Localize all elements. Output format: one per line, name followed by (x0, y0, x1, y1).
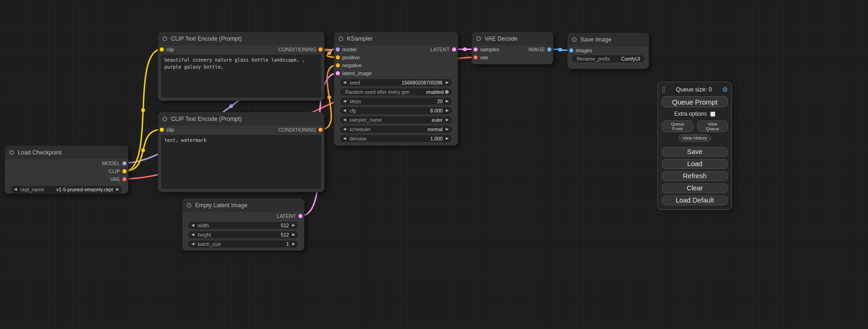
widget-value: 1.000 (430, 136, 443, 141)
right-arrow-icon[interactable]: ▶ (292, 224, 295, 227)
node-title: CLIP Text Encode (Prompt) (171, 116, 242, 122)
widget-sampler-name[interactable]: ◀ sampler_name euler ▶ (340, 116, 452, 124)
input-port-positive[interactable] (336, 55, 340, 59)
left-arrow-icon[interactable]: ◀ (191, 224, 194, 227)
widget-value: 156680208700286 (402, 80, 443, 85)
left-arrow-icon[interactable]: ◀ (343, 127, 346, 131)
left-arrow-icon[interactable]: ◀ (343, 109, 346, 112)
collapse-dot-icon[interactable] (339, 36, 343, 41)
node-title: Empty Latent Image (195, 202, 247, 209)
widget-scheduler[interactable]: ◀ scheduler normal ▶ (340, 126, 452, 133)
load-button[interactable]: Load (662, 159, 728, 169)
queue-front-button[interactable]: Queue Front (662, 120, 693, 132)
widget-denoise[interactable]: ◀ denoise 1.000 ▶ (340, 135, 452, 142)
load-default-button[interactable]: Load Default (662, 196, 728, 205)
widget-seed[interactable]: ◀ seed 156680208700286 ▶ (340, 79, 452, 86)
prompt-textarea[interactable]: beautiful scenery nature glass bottle la… (161, 55, 321, 98)
drag-handle-icon[interactable]: ⣿ (662, 86, 666, 93)
node-graph-canvas[interactable]: Load Checkpoint MODEL CLIP VAE ◀ ckpt_na… (0, 0, 868, 329)
node-save-image[interactable]: Save Image images filename_prefix ComfyU… (567, 33, 649, 69)
prompt-textarea[interactable]: text, watermark (161, 135, 321, 189)
node-title-bar[interactable]: CLIP Text Encode (Prompt) (158, 32, 324, 45)
widget-value: ComfyUI (621, 56, 640, 62)
right-arrow-icon[interactable]: ▶ (292, 233, 295, 237)
widget-value: 1 (286, 242, 289, 247)
output-port-vae[interactable] (122, 177, 127, 181)
collapse-dot-icon[interactable] (9, 150, 14, 155)
output-port-latent[interactable] (452, 47, 456, 51)
slot-row: samples IMAGE (472, 45, 553, 53)
view-history-button[interactable]: View History (678, 134, 712, 142)
input-port-latent-image[interactable] (336, 71, 340, 75)
input-port-samples[interactable] (473, 47, 478, 51)
toggle-on-indicator[interactable] (445, 90, 449, 94)
left-arrow-icon[interactable]: ◀ (343, 81, 346, 84)
right-arrow-icon[interactable]: ▶ (446, 99, 449, 103)
node-ksampler[interactable]: KSampler model LATENT positive negative … (334, 32, 458, 146)
collapse-dot-icon[interactable] (162, 36, 167, 41)
node-title-bar[interactable]: Load Checkpoint (5, 146, 128, 159)
widget-filename-prefix[interactable]: filename_prefix ComfyUI (572, 55, 645, 63)
collapse-dot-icon[interactable] (162, 117, 167, 121)
input-port-clip[interactable] (160, 127, 164, 132)
left-arrow-icon[interactable]: ◀ (191, 233, 194, 237)
widget-value: normal (428, 127, 443, 132)
input-port-clip[interactable] (160, 47, 164, 51)
left-arrow-icon[interactable]: ◀ (191, 242, 194, 246)
save-button[interactable]: Save (662, 147, 728, 157)
collapse-dot-icon[interactable] (572, 37, 577, 42)
node-title-bar[interactable]: VAE Decode (472, 32, 553, 45)
clear-button[interactable]: Clear (662, 183, 728, 193)
widget-batch-size[interactable]: ◀ batch_size 1 ▶ (188, 240, 298, 248)
node-vae-decode[interactable]: VAE Decode samples IMAGE vae (472, 32, 553, 64)
output-port-image[interactable] (547, 47, 551, 51)
input-port-vae[interactable] (473, 55, 478, 59)
node-clip-text-encode-negative[interactable]: CLIP Text Encode (Prompt) clip CONDITION… (158, 112, 325, 192)
collapse-dot-icon[interactable] (187, 203, 191, 208)
right-arrow-icon[interactable]: ▶ (116, 188, 119, 191)
right-arrow-icon[interactable]: ▶ (292, 242, 295, 246)
slot-row: model LATENT (334, 45, 458, 53)
right-arrow-icon[interactable]: ▶ (446, 127, 449, 131)
widget-ckpt-name[interactable]: ◀ ckpt_name v1-5-pruned-emaonly.ckpt ▶ (11, 186, 122, 193)
input-port-images[interactable] (569, 48, 573, 52)
node-title-bar[interactable]: KSampler (334, 32, 458, 45)
widget-label: ckpt_name (20, 187, 44, 192)
slot-row: positive (334, 53, 458, 61)
widget-steps[interactable]: ◀ steps 20 ▶ (340, 98, 452, 105)
view-queue-button[interactable]: View Queue (697, 120, 728, 132)
widget-height[interactable]: ◀ height 512 ▶ (188, 231, 298, 238)
node-title-bar[interactable]: Save Image (568, 33, 649, 46)
left-arrow-icon[interactable]: ◀ (343, 99, 346, 103)
node-empty-latent-image[interactable]: Empty Latent Image LATENT ◀ width 512 ▶ … (182, 198, 304, 251)
slot-row: CLIP (5, 167, 128, 175)
left-arrow-icon[interactable]: ◀ (343, 137, 346, 140)
output-port-conditioning[interactable] (318, 127, 323, 132)
right-arrow-icon[interactable]: ▶ (446, 109, 449, 112)
left-arrow-icon[interactable]: ◀ (14, 188, 17, 191)
node-title-bar[interactable]: Empty Latent Image (183, 199, 304, 212)
node-clip-text-encode-positive[interactable]: CLIP Text Encode (Prompt) clip CONDITION… (158, 32, 325, 101)
input-port-negative[interactable] (336, 63, 340, 67)
output-label-latent: LATENT (430, 47, 450, 52)
refresh-button[interactable]: Refresh (662, 171, 728, 181)
node-title-bar[interactable]: CLIP Text Encode (Prompt) (158, 112, 324, 126)
widget-width[interactable]: ◀ width 512 ▶ (188, 222, 298, 229)
output-port-clip[interactable] (122, 169, 127, 173)
right-arrow-icon[interactable]: ▶ (446, 118, 449, 122)
output-port-conditioning[interactable] (318, 47, 323, 51)
output-port-model[interactable] (122, 161, 127, 165)
input-port-model[interactable] (336, 47, 340, 51)
right-arrow-icon[interactable]: ▶ (446, 81, 449, 84)
slot-row: images (568, 46, 649, 54)
left-arrow-icon[interactable]: ◀ (343, 118, 346, 122)
collapse-dot-icon[interactable] (476, 36, 481, 41)
queue-prompt-button[interactable]: Queue Prompt (662, 96, 728, 107)
extra-options-checkbox[interactable] (710, 112, 715, 117)
widget-cfg[interactable]: ◀ cfg 8.000 ▶ (340, 107, 452, 114)
widget-random-seed-toggle[interactable]: Random seed after every gen enabled (340, 88, 452, 96)
settings-gear-icon[interactable]: ⚙ (722, 86, 728, 93)
right-arrow-icon[interactable]: ▶ (446, 137, 449, 140)
output-port-latent[interactable] (298, 214, 303, 218)
node-load-checkpoint[interactable]: Load Checkpoint MODEL CLIP VAE ◀ ckpt_na… (5, 146, 128, 194)
